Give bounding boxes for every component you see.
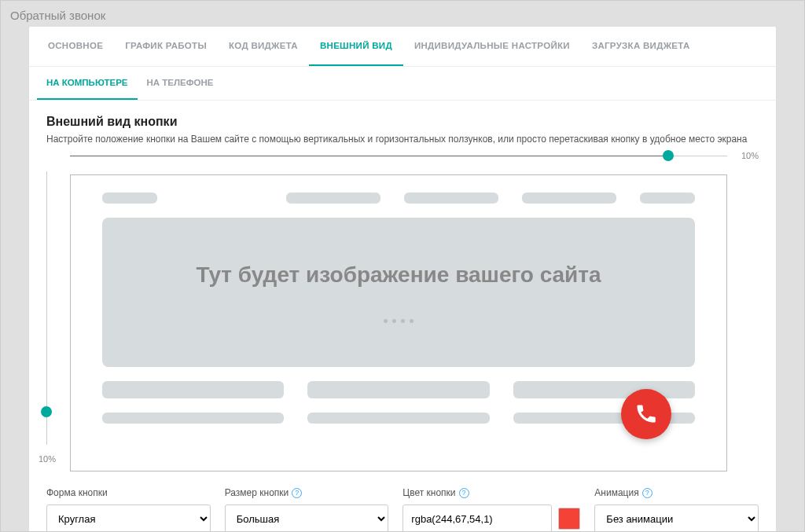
content: Внешний вид кнопки Настройте положение к…	[29, 101, 776, 532]
horizontal-slider-fill	[70, 156, 668, 156]
color-swatch[interactable]	[558, 508, 580, 530]
skeleton-hero: Тут будет изображение вашего сайта	[102, 218, 695, 367]
skeleton-row	[102, 381, 695, 398]
help-icon[interactable]: ?	[642, 488, 652, 498]
settings-card: ОСНОВНОЕ ГРАФИК РАБОТЫ КОД ВИДЖЕТА ВНЕШН…	[29, 27, 776, 532]
vertical-slider-label: 10%	[39, 454, 56, 464]
skeleton	[404, 193, 498, 204]
color-label-text: Цвет кнопки	[402, 487, 455, 498]
control-size: Размер кнопки ? Большая	[225, 487, 389, 532]
phone-icon	[634, 402, 658, 427]
preview-placeholder-text: Тут будет изображение вашего сайта	[196, 262, 601, 288]
controls-row: Форма кнопки Круглая Размер кнопки ? Бол…	[46, 487, 759, 532]
skeleton	[102, 381, 284, 398]
shape-label: Форма кнопки	[46, 487, 211, 498]
size-label: Размер кнопки ?	[225, 487, 389, 498]
color-input[interactable]	[402, 504, 552, 532]
tab-widget-load[interactable]: ЗАГРУЗКА ВИДЖЕТА	[581, 27, 701, 66]
tab-widget-code[interactable]: КОД ВИДЖЕТА	[218, 27, 309, 66]
horizontal-slider-label: 10%	[741, 151, 759, 160]
control-animation: Анимация ? Без анимации	[594, 487, 759, 532]
subtab-desktop[interactable]: НА КОМПЬЮТЕРЕ	[37, 67, 138, 100]
horizontal-slider-thumb[interactable]	[663, 150, 674, 161]
animation-label-text: Анимация	[594, 487, 638, 498]
animation-select[interactable]: Без анимации	[594, 504, 759, 532]
skeleton	[513, 381, 695, 398]
section-desc: Настройте положение кнопки на Вашем сайт…	[46, 134, 759, 145]
skeleton	[286, 193, 380, 204]
site-preview-box: Тут будет изображение вашего сайта	[70, 174, 727, 471]
app-frame: Обратный звонок ОСНОВНОЕ ГРАФИК РАБОТЫ К…	[0, 0, 805, 532]
vertical-slider-thumb[interactable]	[41, 406, 52, 417]
tab-basic[interactable]: ОСНОВНОЕ	[37, 27, 114, 66]
size-select[interactable]: Большая	[225, 504, 389, 532]
animation-label: Анимация ?	[594, 487, 759, 498]
skeleton-row	[102, 193, 695, 204]
skeleton	[102, 193, 157, 204]
tab-individual[interactable]: ИНДИВИДУАЛЬНЫЕ НАСТРОЙКИ	[403, 27, 581, 66]
shape-label-text: Форма кнопки	[46, 487, 108, 498]
skeleton-row	[102, 413, 695, 424]
tab-appearance[interactable]: ВНЕШНИЙ ВИД	[309, 27, 403, 66]
tabs-sub: НА КОМПЬЮТЕРЕ НА ТЕЛЕФОНЕ	[29, 67, 776, 101]
color-label: Цвет кнопки ?	[402, 487, 580, 498]
skeleton	[307, 413, 489, 424]
skeleton-dots	[384, 319, 414, 323]
skeleton	[640, 193, 695, 204]
page-title: Обратный звонок	[1, 1, 804, 27]
help-icon[interactable]: ?	[292, 488, 302, 498]
help-icon[interactable]: ?	[459, 488, 469, 498]
skeleton	[522, 193, 616, 204]
skeleton	[307, 381, 489, 398]
callback-widget-button[interactable]	[621, 389, 671, 439]
tabs-main: ОСНОВНОЕ ГРАФИК РАБОТЫ КОД ВИДЖЕТА ВНЕШН…	[29, 27, 776, 67]
skeleton	[102, 413, 284, 424]
shape-select[interactable]: Круглая	[46, 504, 211, 532]
subtab-phone[interactable]: НА ТЕЛЕФОНЕ	[138, 67, 223, 100]
preview-area: 10% 10% Тут будет изображение	[46, 156, 759, 471]
section-title: Внешний вид кнопки	[46, 115, 759, 129]
vertical-slider-track[interactable]	[46, 171, 47, 445]
tab-schedule[interactable]: ГРАФИК РАБОТЫ	[114, 27, 218, 66]
control-shape: Форма кнопки Круглая	[46, 487, 211, 532]
horizontal-slider-track[interactable]	[70, 156, 727, 156]
size-label-text: Размер кнопки	[225, 487, 289, 498]
control-color: Цвет кнопки ?	[402, 487, 580, 532]
